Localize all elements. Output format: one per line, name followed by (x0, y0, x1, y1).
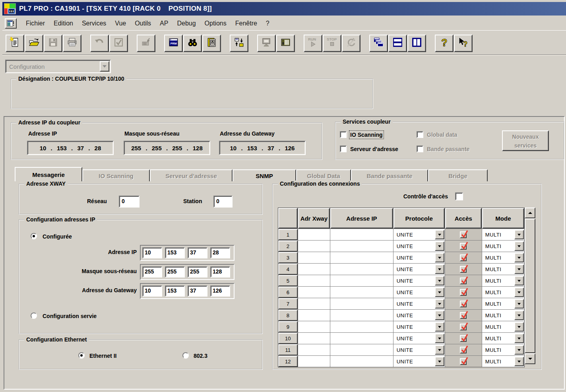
xway-reseau-field[interactable]: 0 (119, 196, 140, 208)
menu-vue[interactable]: Vue (110, 18, 130, 29)
adresse-ip-cell[interactable] (330, 321, 393, 332)
protocole-cell[interactable]: UNITE (393, 264, 445, 275)
adr-xway-cell[interactable] (298, 344, 330, 355)
adresse-ip-cell[interactable] (330, 252, 393, 263)
acces-cell[interactable] (445, 298, 482, 309)
terminal-mode-button[interactable] (257, 35, 276, 52)
protocole-cell[interactable]: UNITE (393, 229, 445, 240)
acces-check-button[interactable] (460, 324, 467, 330)
acces-cell[interactable] (445, 229, 482, 240)
acces-check-button[interactable] (460, 347, 467, 353)
radio-8023-label[interactable]: 802.3 (194, 353, 207, 359)
scroll-down-button[interactable] (525, 353, 535, 364)
acces-cell[interactable] (445, 333, 482, 344)
row-number-cell[interactable]: 8 (278, 310, 298, 321)
io-scanning-label[interactable]: IO Scanning (350, 132, 383, 138)
adresse-ip-cell[interactable] (330, 229, 393, 240)
mode-cell[interactable]: MULTI (482, 229, 524, 240)
adr-xway-cell[interactable] (298, 241, 330, 252)
adr-xway-cell[interactable] (298, 310, 330, 321)
tab-snmp[interactable]: SNMP (233, 169, 296, 181)
row-number-cell[interactable]: 12 (278, 356, 298, 367)
help-button[interactable]: ? (435, 35, 454, 52)
protocole-cell[interactable]: UNITE (393, 298, 445, 309)
adr-xway-cell[interactable] (298, 321, 330, 332)
protocole-cell[interactable]: UNITE (393, 356, 445, 367)
row-number-cell[interactable]: 9 (278, 321, 298, 332)
ip-octet-field[interactable]: 37 (188, 247, 207, 258)
open-folder-button[interactable] (25, 35, 43, 52)
adr-xway-cell[interactable] (298, 356, 330, 367)
mode-dropdown-button[interactable] (514, 299, 524, 309)
adresse-ip-cell[interactable] (330, 275, 393, 286)
mode-cell[interactable]: MULTI (482, 287, 524, 298)
ip-octet-field[interactable]: 153 (165, 285, 185, 297)
acces-cell[interactable] (445, 310, 482, 321)
row-number-cell[interactable]: 5 (278, 275, 298, 286)
acces-check-button[interactable] (460, 278, 467, 284)
protocole-dropdown-button[interactable] (435, 299, 444, 309)
adresse-ip-cell[interactable] (330, 310, 393, 321)
print-button[interactable] (63, 35, 81, 52)
rack-display-button[interactable] (276, 35, 295, 52)
mode-dropdown-button[interactable] (514, 357, 524, 366)
row-number-cell[interactable]: 3 (278, 252, 298, 263)
adr-xway-cell[interactable] (298, 333, 330, 344)
served-config-radio[interactable] (31, 312, 37, 319)
protocole-cell[interactable]: UNITE (393, 333, 445, 344)
protocole-dropdown-button[interactable] (435, 310, 444, 320)
adresse-ip-cell[interactable] (330, 344, 393, 355)
menu-ap[interactable]: AP (155, 18, 173, 29)
acces-cell[interactable] (445, 356, 482, 367)
mode-cell[interactable]: MULTI (482, 333, 524, 344)
protocole-dropdown-button[interactable] (435, 230, 444, 239)
menu-debug[interactable]: Debug (173, 18, 200, 29)
row-number-cell[interactable]: 1 (278, 229, 298, 240)
protocole-cell[interactable]: UNITE (393, 252, 445, 263)
mode-dropdown-button[interactable] (514, 322, 524, 332)
menu-options[interactable]: Options (200, 18, 231, 29)
mode-cell[interactable]: MULTI (482, 264, 524, 275)
acces-check-button[interactable] (460, 243, 467, 250)
acces-check-button[interactable] (460, 254, 467, 261)
protocole-cell[interactable]: UNITE (393, 275, 445, 286)
ip-octet-field[interactable]: 128 (210, 266, 230, 278)
address-server-label[interactable]: Serveur d'adresse (350, 146, 398, 152)
ip-octet-field[interactable]: 10 (142, 285, 162, 297)
row-number-cell[interactable]: 6 (278, 287, 298, 298)
access-control-checkbox[interactable] (455, 192, 463, 200)
transfer-program-button[interactable] (230, 35, 248, 52)
mode-dropdown-button[interactable] (514, 264, 524, 274)
mode-dropdown-button[interactable] (514, 241, 524, 251)
prm-window-button[interactable]: PRM (164, 35, 183, 52)
address-server-checkbox[interactable] (340, 146, 347, 152)
tile-horizontal-button[interactable] (388, 35, 407, 52)
ip-octet-field[interactable]: 255 (142, 266, 162, 278)
ip-octet-field[interactable]: 28 (210, 247, 230, 258)
acces-check-button[interactable] (460, 289, 467, 296)
mode-dropdown-button[interactable] (514, 310, 524, 320)
menu-fichier[interactable]: Fichier (21, 18, 49, 29)
acces-cell[interactable] (445, 252, 482, 263)
adresse-ip-cell[interactable] (330, 333, 393, 344)
acces-cell[interactable] (445, 241, 482, 252)
protocole-dropdown-button[interactable] (435, 334, 444, 343)
adresse-ip-cell[interactable] (330, 287, 393, 298)
protocole-dropdown-button[interactable] (435, 264, 444, 274)
protocole-cell[interactable]: UNITE (393, 310, 445, 321)
table-scrollbar[interactable] (525, 208, 535, 364)
protocole-dropdown-button[interactable] (435, 345, 444, 355)
ip-octet-field[interactable]: 37 (188, 285, 207, 297)
mode-cell[interactable]: MULTI (482, 275, 524, 286)
adresse-ip-cell[interactable] (330, 264, 393, 275)
adresse-ip-cell[interactable] (330, 356, 393, 367)
module-zone-combobox[interactable]: Configuration (5, 60, 111, 73)
row-number-cell[interactable]: 4 (278, 264, 298, 275)
menu-edition[interactable]: Edition (49, 18, 78, 29)
ethernet-ii-radio[interactable] (78, 352, 85, 359)
configured-radio[interactable] (31, 233, 37, 239)
mode-dropdown-button[interactable] (514, 253, 524, 262)
adr-xway-cell[interactable] (298, 298, 330, 309)
new-document-button[interactable] (6, 35, 24, 52)
context-help-button[interactable]: ? (454, 35, 473, 52)
